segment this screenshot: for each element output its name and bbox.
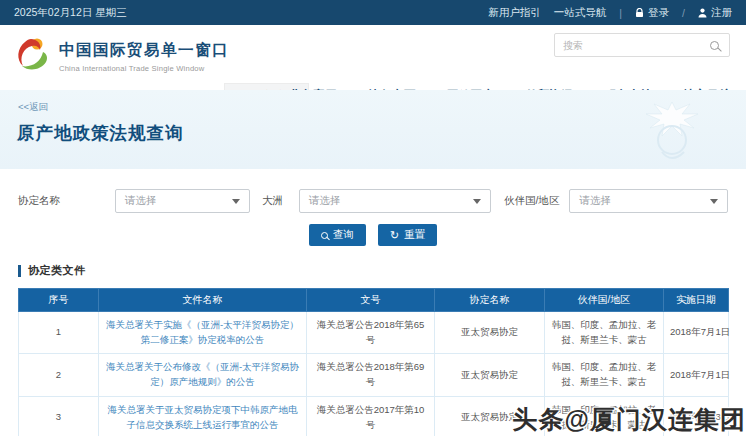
cell-implement-date: 2018年7月1日 (664, 312, 729, 354)
cell-index: 3 (19, 396, 99, 436)
login-link[interactable]: 登录 (635, 6, 669, 20)
cell-index: 2 (19, 354, 99, 396)
back-link[interactable]: <<返回 (18, 101, 48, 114)
page: 2025年02月12日 星期三 新用户指引 一站式导航 | 登录 / 注册 (0, 0, 746, 436)
cell-index: 1 (19, 312, 99, 354)
magnifier-icon (321, 232, 328, 239)
register-link[interactable]: 注册 (698, 6, 732, 20)
cell-doc-number: 海关总署公告2018年第65号 (307, 312, 435, 354)
page-banner: <<返回 原产地政策法规查询 (0, 90, 746, 169)
table-row: 1 海关总署关于实施《（亚洲-太平洋贸易协定）第二修正案》协定税率的公告 海关总… (19, 312, 729, 354)
cell-implement-date: 2018年7月1日 (664, 354, 729, 396)
login-register-slash: / (682, 7, 685, 19)
continent-select[interactable]: 请选择 (299, 189, 491, 213)
cell-doc-number: 海关总署公告2017年第10号 (307, 396, 435, 436)
cell-file-name-link[interactable]: 海关总署关于公布修改《（亚洲-太平洋贸易协定）原产地规则》的公告 (99, 354, 307, 396)
single-window-logo-icon (13, 36, 51, 76)
cell-file-name-link[interactable]: 海关总署关于实施《（亚洲-太平洋贸易协定）第二修正案》协定税率的公告 (99, 312, 307, 354)
section-title: 协定类文件 (28, 263, 86, 278)
col-file-name: 文件名称 (99, 289, 307, 312)
page-title: 原产地政策法规查询 (17, 121, 184, 145)
col-implement-date: 实施日期 (664, 289, 729, 312)
toutiao-watermark: 头条@厦门汉连集团 (513, 403, 746, 436)
partner-select[interactable]: 请选择 (569, 189, 728, 213)
site-title: 中国国际贸易单一窗口 (59, 40, 229, 61)
cell-agreement-name: 亚太贸易协定 (435, 354, 545, 396)
site-subtitle: China International Trade Single Window (59, 64, 229, 73)
table-row: 2 海关总署关于公布修改《（亚洲-太平洋贸易协定）原产地规则》的公告 海关总署公… (19, 354, 729, 396)
lock-icon (635, 8, 644, 18)
one-stop-nav-link[interactable]: 一站式导航 (554, 6, 607, 20)
caret-down-icon (710, 199, 718, 204)
agreement-select[interactable]: 请选择 (115, 189, 250, 213)
filter-label-continent: 大洲 (262, 194, 283, 208)
filter-label-partner: 伙伴国/地区 (504, 194, 559, 208)
magnifier-icon[interactable] (710, 41, 719, 50)
section-accent-bar (18, 265, 21, 277)
logo[interactable]: 中国国际贸易单一窗口 China International Trade Sin… (13, 36, 229, 76)
caret-down-icon (473, 199, 481, 204)
site-header: 中国国际贸易单一窗口 China International Trade Sin… (0, 25, 746, 90)
topbar-divider: | (619, 7, 622, 19)
cell-doc-number: 海关总署公告2018年第69号 (307, 354, 435, 396)
col-agreement-name: 协定名称 (435, 289, 545, 312)
new-user-guide-link[interactable]: 新用户指引 (488, 6, 541, 20)
rotate-icon: ↻ (390, 230, 399, 241)
action-buttons: 查询 ↻ 重置 (18, 224, 728, 246)
filter-row: 协定名称 请选择 大洲 请选择 伙伴国/地区 请选择 (18, 189, 728, 213)
reset-button[interactable]: ↻ 重置 (378, 224, 437, 246)
search-input[interactable] (555, 40, 710, 51)
table-header-row: 序号 文件名称 文号 协定名称 伙伴国/地区 实施日期 (19, 289, 729, 312)
cell-agreement-name: 亚太贸易协定 (435, 312, 545, 354)
section-header: 协定类文件 (18, 263, 728, 278)
current-date: 2025年02月12日 星期三 (14, 6, 127, 20)
col-partner-region: 伙伴国/地区 (545, 289, 664, 312)
col-doc-number: 文号 (307, 289, 435, 312)
topbar: 2025年02月12日 星期三 新用户指引 一站式导航 | 登录 / 注册 (0, 0, 746, 25)
cell-partner-region: 韩国、印度、孟加拉、老挝、斯里兰卡、蒙古 (545, 312, 664, 354)
content-area: 协定名称 请选择 大洲 请选择 伙伴国/地区 请选择 查询 ↻ (0, 189, 746, 436)
cell-file-name-link[interactable]: 海关总署关于亚太贸易协定项下中韩原产地电子信息交换系统上线运行事宜的公告 (99, 396, 307, 436)
filter-label-agreement: 协定名称 (18, 194, 115, 208)
col-index: 序号 (19, 289, 99, 312)
customs-eagle-emblem-icon (632, 94, 712, 166)
cell-partner-region: 韩国、印度、孟加拉、老挝、斯里兰卡、蒙古 (545, 354, 664, 396)
header-search[interactable] (554, 33, 730, 57)
user-icon (698, 8, 707, 18)
caret-down-icon (232, 199, 240, 204)
query-button[interactable]: 查询 (309, 224, 366, 246)
